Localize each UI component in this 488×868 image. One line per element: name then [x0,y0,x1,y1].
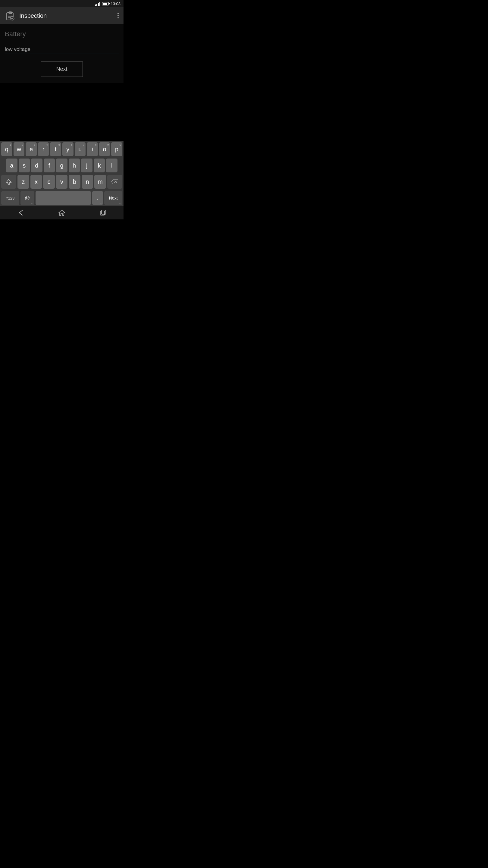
svg-point-5 [10,17,14,20]
key-t[interactable]: t5 [50,142,61,156]
key-e[interactable]: e3 [26,142,37,156]
dot-key[interactable]: . ... [92,191,103,205]
keyboard-next-key[interactable]: Next ... [104,191,122,205]
svg-rect-13 [101,210,106,214]
keyboard-row-2: a s d f g h j k l [0,157,124,174]
home-button[interactable] [53,206,71,219]
key-q[interactable]: q1 [1,142,12,156]
input-wrapper [5,45,119,54]
key-m[interactable]: m [94,175,106,189]
key-x[interactable]: x [30,175,42,189]
app-bar: Inspection [0,7,124,24]
next-button[interactable]: Next [41,61,83,77]
recents-button[interactable] [94,206,112,219]
key-v[interactable]: v [56,175,68,189]
key-l[interactable]: l [106,158,118,173]
key-z[interactable]: z [18,175,29,189]
at-key[interactable]: @ ... [21,191,34,205]
app-icon [5,10,16,21]
svg-marker-8 [111,179,118,184]
space-key[interactable] [36,191,91,205]
backspace-key[interactable] [107,175,122,189]
key-d[interactable]: d [31,158,42,173]
back-button[interactable] [11,206,30,219]
key-w[interactable]: w2 [13,142,25,156]
key-k[interactable]: k [94,158,105,173]
key-i[interactable]: i8 [87,142,98,156]
keyboard-row-4: ?123 @ ... . ... Next ... [0,190,124,206]
key-r[interactable]: r4 [38,142,49,156]
keyboard-row-3: z x c v b n m [0,174,124,190]
numbers-key[interactable]: ?123 [1,191,19,205]
key-s[interactable]: s [19,158,30,173]
key-g[interactable]: g [56,158,67,173]
status-time: 13:03 [110,1,121,6]
nav-bar [0,206,124,219]
svg-marker-11 [59,210,65,216]
voltage-input[interactable] [5,45,119,54]
section-title: Battery [5,30,119,38]
key-y[interactable]: y6 [62,142,73,156]
status-bar: 13:03 [0,0,124,7]
signal-icon [95,1,100,6]
key-b[interactable]: b [69,175,80,189]
battery-icon [102,2,109,5]
key-f[interactable]: f [44,158,55,173]
key-p[interactable]: p0 [111,142,122,156]
svg-rect-12 [100,211,104,215]
key-n[interactable]: n [82,175,93,189]
more-options-icon[interactable] [118,13,119,19]
keyboard-row-1: q1 w2 e3 r4 t5 y6 u7 i8 o9 p0 [0,141,124,157]
key-u[interactable]: u7 [75,142,86,156]
key-h[interactable]: h [69,158,80,173]
app-title: Inspection [19,12,114,19]
svg-marker-6 [6,179,11,184]
keyboard: q1 w2 e3 r4 t5 y6 u7 i8 o9 p0 a s d f g … [0,141,124,206]
key-c[interactable]: c [43,175,55,189]
main-content: Battery Next [0,24,124,83]
key-o[interactable]: o9 [99,142,110,156]
key-a[interactable]: a [6,158,18,173]
key-j[interactable]: j [81,158,93,173]
shift-key[interactable] [1,175,16,189]
